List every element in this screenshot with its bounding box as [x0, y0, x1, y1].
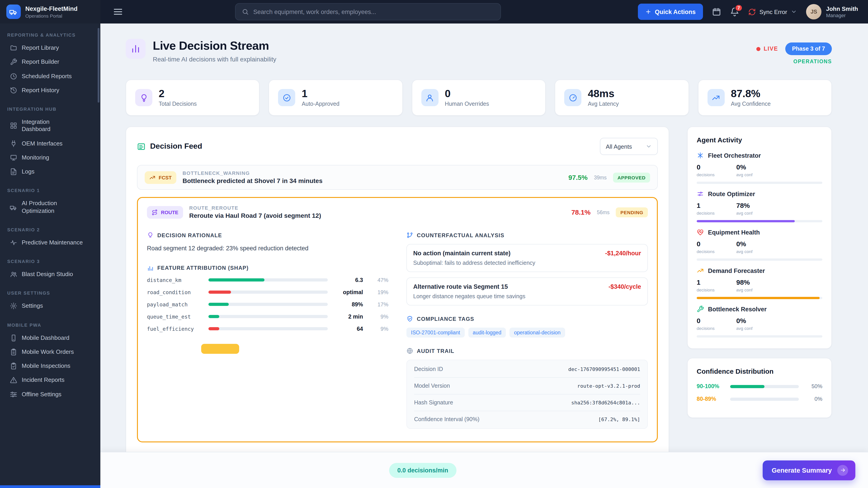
app-logo-block[interactable]: Nexgile-FleetMind Operations Portal	[0, 0, 100, 24]
sliders-icon	[697, 191, 704, 198]
shap-row: road_condition optimal 19%	[147, 289, 388, 295]
decision-type: ROUTE_REROUTE	[189, 205, 321, 211]
context-label: OPERATIONS	[794, 59, 832, 64]
menu-icon[interactable]	[113, 7, 123, 17]
chevron-down-icon	[791, 8, 797, 15]
section-label-scenario-1: SCENARIO 1	[0, 179, 100, 196]
stats-row: 2 Total Decisions 1 Auto-Approved	[126, 79, 832, 116]
notifications-button[interactable]: 7	[730, 7, 739, 16]
section-label-scenario-3: SCENARIO 3	[0, 250, 100, 267]
shap-value: 64	[333, 326, 363, 332]
section-label-user-settings: USER SETTINGS	[0, 282, 100, 299]
cf-note: Longer distance negates queue time savin…	[413, 293, 641, 300]
bar-chart-icon	[147, 265, 154, 271]
page-title: Live Decision Stream	[153, 39, 276, 53]
user-menu[interactable]: JS John Smith Manager	[806, 4, 858, 20]
audit-trail: Decision ID dec-1767090995451-000001 Mod…	[406, 360, 648, 429]
sidebar-item-mobile-inspections[interactable]: Mobile Inspections	[4, 359, 97, 373]
sidebar-item-offline-settings[interactable]: Offline Settings	[4, 387, 97, 401]
sidebar-item-logs[interactable]: Logs	[4, 165, 97, 179]
shap-pct: 47%	[368, 277, 388, 283]
stat-value: 48ms	[588, 88, 619, 100]
sidebar-item-oem-interfaces[interactable]: OEM Interfaces	[4, 137, 97, 151]
alert-triangle-icon	[10, 377, 17, 384]
sidebar-item-predictive-maintenance[interactable]: Predictive Maintenance	[4, 236, 97, 250]
search-input[interactable]	[253, 8, 494, 15]
gear-icon	[10, 302, 17, 310]
sidebar-item-monitoring[interactable]: Monitoring	[4, 151, 97, 165]
sidebar-item-blast-design-studio[interactable]: Blast Design Studio	[4, 267, 97, 281]
global-search[interactable]	[235, 3, 501, 20]
sidebar-item-label: Logs	[22, 168, 34, 175]
sidebar-item-incident-reports[interactable]: Incident Reports	[4, 373, 97, 387]
user-icon	[421, 89, 438, 106]
decision-detail-left: DECISION RATIONALE Road segment 12 degra…	[147, 224, 388, 429]
feed-item-route-reroute[interactable]: ROUTE ROUTE_REROUTE Reroute via Haul Roa…	[137, 197, 658, 443]
compliance-heading: COMPLIANCE TAGS	[417, 316, 474, 322]
agent-filter-select[interactable]: All Agents	[600, 138, 658, 155]
sidebar-bottom-bar	[0, 485, 100, 488]
gauge-icon	[564, 89, 581, 106]
clipboard-icon	[10, 348, 17, 356]
rationale-heading: DECISION RATIONALE	[157, 232, 222, 238]
compliance-tag: ISO-27001-compliant	[406, 328, 465, 338]
agent-fleet-orchestrator: Fleet Orchestrator 0decisions 0%avg conf	[697, 152, 822, 184]
sidebar-item-report-builder[interactable]: Report Builder	[4, 55, 97, 69]
page-icon	[126, 39, 146, 59]
feed-item-bottleneck-warning[interactable]: FCST BOTTLENECK_WARNING Bottleneck predi…	[137, 165, 658, 190]
compliance-tags: ISO-27001-compliant audit-logged operati…	[406, 328, 648, 338]
stat-label: Total Decisions	[159, 101, 197, 107]
sidebar-item-settings[interactable]: Settings	[4, 299, 97, 313]
shap-bar	[209, 327, 219, 330]
agent-avg-conf-label: avg conf	[736, 288, 752, 293]
counterfactual-item: No action (maintain current state) -$1,2…	[406, 244, 648, 272]
stat-value: 0	[445, 88, 489, 100]
confidence-value: 78.1%	[571, 208, 590, 216]
quick-actions-button[interactable]: Quick Actions	[638, 4, 703, 20]
partial-hidden-control[interactable]	[201, 344, 239, 354]
distribution-pct: 0%	[804, 396, 822, 402]
agent-decisions-label: decisions	[697, 288, 715, 293]
sidebar-item-mobile-work-orders[interactable]: Mobile Work Orders	[4, 345, 97, 359]
monitor-icon	[10, 154, 17, 161]
calendar-icon[interactable]	[712, 7, 721, 16]
agent-decisions: 0	[697, 240, 715, 248]
distribution-bar	[730, 385, 765, 388]
generate-summary-button[interactable]: Generate Summary	[763, 460, 855, 480]
sync-status-dropdown[interactable]: Sync Error	[748, 8, 797, 15]
agent-avg-conf-label: avg conf	[736, 326, 752, 331]
badge-label: ROUTE	[161, 210, 178, 215]
truck-icon	[10, 203, 17, 211]
audit-row: Hash Signature sha256:3f8d6264c801a...	[414, 395, 640, 412]
sidebar-scrollbar[interactable]	[98, 28, 99, 103]
audit-value: [67.2%, 89.1%]	[598, 417, 640, 422]
stat-auto-approved: 1 Auto-Approved	[269, 79, 403, 116]
plug-icon	[10, 140, 17, 147]
agent-avg-conf-label: avg conf	[736, 211, 752, 216]
counterfactual-heading: COUNTERFACTUAL ANALYSIS	[417, 232, 504, 238]
bar-chart-icon	[131, 44, 141, 54]
sidebar-item-report-library[interactable]: Report Library	[4, 41, 97, 55]
live-indicator: LIVE	[756, 46, 778, 52]
agent-decisions: 0	[697, 317, 715, 325]
confidence-distribution-card: Confidence Distribution 90-100% 50% 80-8…	[687, 358, 832, 418]
cf-title: No action (maintain current state)	[413, 250, 510, 257]
status-badge: APPROVED	[613, 173, 650, 183]
shap-row: distance_km 6.3 47%	[147, 277, 388, 283]
sidebar-item-integration-dashboard[interactable]: Integration Dashboard	[4, 115, 97, 136]
grid-icon	[10, 122, 17, 129]
sidebar-item-mobile-dashboard[interactable]: Mobile Dashboard	[4, 331, 97, 345]
shap-feature: queue_time_est	[147, 314, 203, 320]
agent-equipment-health: Equipment Health 0decisions 0%avg conf	[697, 229, 822, 261]
sidebar-item-ai-production-optimization[interactable]: AI Production Optimization	[4, 197, 97, 218]
shap-value: optimal	[333, 289, 363, 295]
shap-heading: FEATURE ATTRIBUTION (SHAP)	[157, 265, 249, 271]
sidebar-item-report-history[interactable]: Report History	[4, 84, 97, 97]
stat-label: Auto-Approved	[302, 101, 340, 107]
distribution-pct: 50%	[804, 383, 822, 390]
sidebar-item-scheduled-reports[interactable]: Scheduled Reports	[4, 69, 97, 83]
audit-label: Hash Signature	[414, 400, 453, 406]
activity-icon	[10, 239, 17, 246]
wrench-icon	[10, 59, 17, 66]
quick-actions-label: Quick Actions	[655, 8, 696, 15]
